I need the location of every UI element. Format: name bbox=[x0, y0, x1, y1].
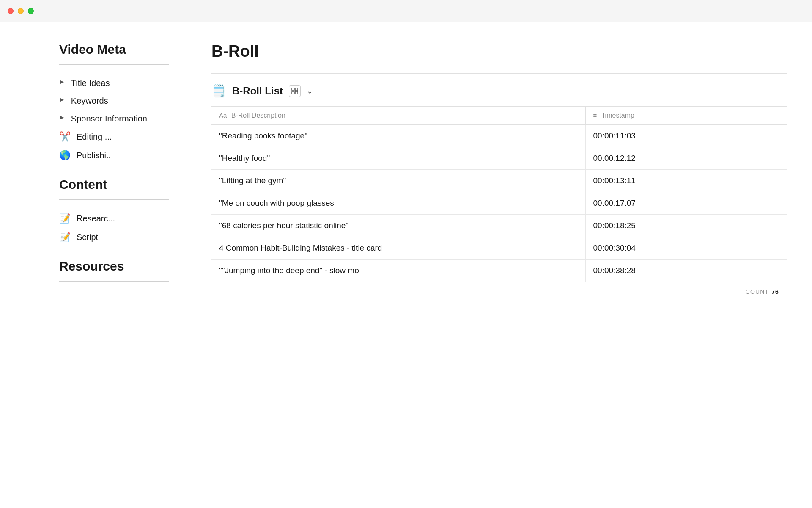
table-row[interactable]: "Reading books footage" 00:00:11:03 bbox=[211, 125, 787, 147]
svg-rect-0 bbox=[292, 88, 294, 91]
sidebar-item-editing[interactable]: ✂️ Editing ... bbox=[59, 127, 169, 146]
col-header-timestamp: ≡ Timestamp bbox=[585, 107, 787, 125]
globe-icon: 🌎 bbox=[59, 150, 71, 161]
sidebar-item-script[interactable]: 📝 Script bbox=[59, 228, 169, 246]
sidebar-item-label: Title Ideas bbox=[71, 77, 110, 89]
table-page-icon: 🗒️ bbox=[211, 84, 226, 98]
content-title: Content bbox=[59, 177, 169, 192]
cell-timestamp: 00:00:11:03 bbox=[585, 125, 787, 147]
cell-timestamp: 00:00:30:04 bbox=[585, 237, 787, 260]
cell-timestamp: 00:00:38:28 bbox=[585, 260, 787, 282]
cell-desc: ""Jumping into the deep end" - slow mo bbox=[211, 260, 585, 282]
table-row[interactable]: "Me on couch with poop glasses 00:00:17:… bbox=[211, 192, 787, 215]
sidebar-item-publishing[interactable]: 🌎 Publishi... bbox=[59, 146, 169, 165]
resources-section: Resources bbox=[59, 259, 169, 282]
sidebar: Video Meta ► Title Ideas ► Keywords ► Sp… bbox=[0, 22, 186, 508]
count-label: COUNT bbox=[746, 288, 769, 295]
table-row[interactable]: "Healthy food" 00:00:12:12 bbox=[211, 147, 787, 170]
content-divider bbox=[211, 73, 787, 74]
resources-title: Resources bbox=[59, 259, 169, 273]
sidebar-item-title-ideas[interactable]: ► Title Ideas bbox=[59, 74, 169, 92]
cell-timestamp: 00:00:18:25 bbox=[585, 215, 787, 237]
table-row[interactable]: "68 calories per hour statistic online" … bbox=[211, 215, 787, 237]
main-container: Video Meta ► Title Ideas ► Keywords ► Sp… bbox=[0, 22, 812, 508]
sidebar-item-label: Keywords bbox=[71, 95, 108, 107]
table-row[interactable]: "Lifting at the gym" 00:00:13:11 bbox=[211, 170, 787, 192]
svg-rect-3 bbox=[295, 91, 298, 94]
table-row[interactable]: ""Jumping into the deep end" - slow mo 0… bbox=[211, 260, 787, 282]
cell-timestamp: 00:00:13:11 bbox=[585, 170, 787, 192]
cell-desc: "68 calories per hour statistic online" bbox=[211, 215, 585, 237]
cell-desc: "Healthy food" bbox=[211, 147, 585, 170]
arrow-icon: ► bbox=[59, 78, 65, 85]
cell-desc: "Me on couch with poop glasses bbox=[211, 192, 585, 215]
count-value: 76 bbox=[771, 288, 779, 295]
sidebar-item-label: Sponsor Information bbox=[71, 113, 147, 124]
arrow-icon: ► bbox=[59, 114, 65, 121]
table-header-row: 🗒️ B-Roll List ⌄ bbox=[211, 84, 787, 98]
close-button[interactable] bbox=[8, 8, 14, 14]
grid-view-icon[interactable] bbox=[289, 85, 301, 97]
svg-rect-1 bbox=[295, 88, 298, 91]
col-header-ts-label: Timestamp bbox=[601, 112, 634, 119]
research-icon: 📝 bbox=[59, 213, 71, 224]
col-header-desc: Aa B-Roll Description bbox=[211, 107, 585, 125]
minimize-button[interactable] bbox=[18, 8, 24, 14]
title-bar bbox=[0, 0, 812, 22]
content-section: Content 📝 Researc... 📝 Script bbox=[59, 177, 169, 246]
page-title: B-Roll bbox=[211, 42, 787, 61]
sidebar-divider-2 bbox=[59, 199, 169, 200]
col-header-desc-label: B-Roll Description bbox=[231, 112, 285, 119]
cell-timestamp: 00:00:17:07 bbox=[585, 192, 787, 215]
svg-rect-2 bbox=[292, 91, 294, 94]
script-icon: 📝 bbox=[59, 232, 71, 243]
text-icon: Aa bbox=[219, 112, 227, 119]
sidebar-item-label: Script bbox=[77, 232, 98, 242]
table-dropdown-button[interactable]: ⌄ bbox=[307, 86, 313, 96]
arrow-icon: ► bbox=[59, 96, 65, 103]
table-title: B-Roll List bbox=[232, 85, 283, 97]
sidebar-divider-1 bbox=[59, 64, 169, 65]
video-meta-title: Video Meta bbox=[59, 42, 169, 57]
table-row[interactable]: 4 Common Habit-Building Mistakes - title… bbox=[211, 237, 787, 260]
sidebar-item-research[interactable]: 📝 Researc... bbox=[59, 209, 169, 228]
table-footer: COUNT 76 bbox=[211, 282, 787, 301]
content-area: B-Roll 🗒️ B-Roll List ⌄ Aa bbox=[186, 22, 812, 508]
sidebar-item-sponsor-information[interactable]: ► Sponsor Information bbox=[59, 110, 169, 127]
sidebar-item-label: Publishi... bbox=[77, 151, 113, 160]
cell-desc: "Lifting at the gym" bbox=[211, 170, 585, 192]
list-icon: ≡ bbox=[593, 112, 597, 119]
cell-timestamp: 00:00:12:12 bbox=[585, 147, 787, 170]
cell-desc: 4 Common Habit-Building Mistakes - title… bbox=[211, 237, 585, 260]
sidebar-item-keywords[interactable]: ► Keywords bbox=[59, 92, 169, 110]
fullscreen-button[interactable] bbox=[28, 8, 34, 14]
sidebar-item-label: Researc... bbox=[77, 214, 115, 224]
sidebar-divider-3 bbox=[59, 281, 169, 282]
cell-desc: "Reading books footage" bbox=[211, 125, 585, 147]
sidebar-item-label: Editing ... bbox=[77, 132, 112, 142]
scissors-icon: ✂️ bbox=[59, 131, 71, 142]
broll-table: Aa B-Roll Description ≡ Timestamp "Readi… bbox=[211, 106, 787, 301]
